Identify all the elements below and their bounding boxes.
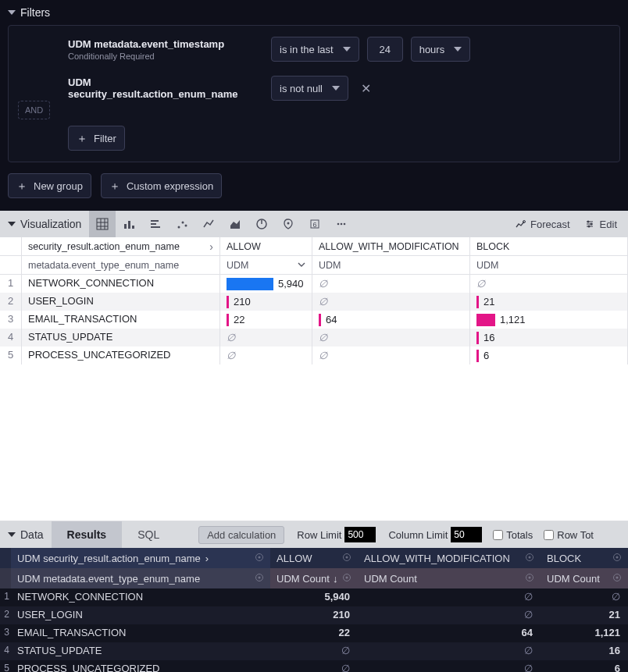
new-group-button[interactable]: ＋ New group	[8, 173, 91, 198]
add-filter-label: Filter	[94, 133, 116, 144]
viz-subcol-c-text: UDM	[476, 260, 498, 271]
data-row-name: PROCESS_UNCATEGORIZED	[11, 660, 270, 672]
viz-cell: 1,121	[470, 311, 628, 329]
viz-table-icon[interactable]	[89, 211, 116, 237]
filters-box: AND UDM metadata.event_timestamp Conditi…	[8, 25, 620, 162]
viz-more-icon[interactable]	[328, 211, 355, 237]
viz-scatter-icon[interactable]	[169, 211, 195, 237]
viz-area-icon[interactable]	[222, 211, 248, 237]
data-label: Data	[20, 528, 44, 541]
gear-icon[interactable]	[525, 553, 534, 564]
viz-subcol-c[interactable]: UDM	[470, 256, 628, 274]
gear-icon[interactable]	[612, 573, 622, 585]
data-col-block[interactable]: BLOCK	[541, 548, 628, 568]
data-col-allow[interactable]: ALLOW	[270, 548, 358, 568]
filter1-unit[interactable]: hours	[411, 37, 471, 62]
gear-icon[interactable]	[342, 553, 351, 564]
viz-map-icon[interactable]	[275, 211, 302, 237]
viz-cell: EMAIL_TRANSACTION	[22, 311, 220, 329]
gear-icon[interactable]	[612, 553, 622, 564]
viz-cell: ∅	[312, 275, 470, 293]
chevron-down-icon	[298, 260, 305, 271]
svg-rect-5	[124, 224, 127, 229]
svg-point-28	[590, 223, 592, 226]
caret-down-icon	[8, 222, 16, 226]
filter-row-1: UDM metadata.event_timestamp Conditional…	[68, 37, 607, 62]
viz-row-header[interactable]: metadata.event_type_enum_name	[22, 256, 220, 274]
data-cell: 21	[541, 606, 628, 624]
data-subcol-a[interactable]: UDM Count ↓	[270, 568, 358, 588]
row-limit-input[interactable]	[344, 527, 376, 542]
data-cell: 22	[270, 624, 358, 642]
viz-table: security_result.action_enum_name › ALLOW…	[0, 237, 628, 521]
viz-row: 1NETWORK_CONNECTION5,940∅∅	[0, 275, 628, 293]
viz-gauge-icon[interactable]	[248, 211, 275, 237]
svg-point-21	[341, 223, 343, 226]
svg-point-33	[346, 556, 348, 558]
add-calculation-button[interactable]: Add calculation	[198, 526, 284, 544]
data-subcol-c[interactable]: UDM Count	[541, 568, 628, 588]
viz-col-block[interactable]: BLOCK	[470, 237, 628, 255]
remove-filter-icon[interactable]: ✕	[356, 80, 376, 98]
viz-col-allow[interactable]: ALLOW	[220, 237, 312, 255]
data-subcol-b[interactable]: UDM Count	[358, 568, 541, 588]
viz-subcol-a-text: UDM	[227, 260, 248, 271]
visualization-toggle[interactable]: Visualization	[0, 218, 89, 230]
data-row-header[interactable]: UDM metadata.event_type_enum_name	[11, 568, 270, 588]
data-col-allow-mod[interactable]: ALLOW_WITH_MODIFICATION	[358, 548, 541, 568]
svg-point-31	[259, 556, 261, 558]
gear-icon[interactable]	[255, 553, 264, 564]
filter1-value[interactable]: 24	[367, 37, 403, 62]
viz-horizontal-bar-icon[interactable]	[142, 211, 169, 237]
filter1-value-text: 24	[379, 44, 390, 55]
viz-subcol-b[interactable]: UDM	[312, 256, 470, 274]
viz-single-value-icon[interactable]: 6	[302, 211, 328, 237]
forecast-button[interactable]: Forecast	[515, 219, 570, 230]
viz-cell: 3	[0, 311, 22, 329]
filter1-unit-text: hours	[419, 44, 445, 55]
gear-icon[interactable]	[525, 573, 534, 585]
viz-cell: 16	[470, 329, 628, 347]
gear-icon[interactable]	[255, 573, 264, 585]
data-cell: 6	[541, 660, 628, 672]
filter1-operator[interactable]: is in the last	[271, 37, 359, 62]
add-filter-button[interactable]: ＋ Filter	[68, 126, 125, 151]
data-cell: ∅	[358, 660, 541, 672]
svg-point-43	[529, 576, 531, 578]
filter2-operator[interactable]: is not null	[271, 76, 348, 101]
custom-expression-button[interactable]: ＋ Custom expression	[101, 173, 222, 198]
data-row-name: USER_LOGIN	[11, 606, 270, 624]
svg-point-13	[185, 225, 187, 227]
svg-rect-0	[97, 219, 108, 229]
svg-marker-14	[230, 220, 240, 229]
col-limit-input[interactable]	[451, 527, 482, 542]
data-pivot-header[interactable]: UDM security_result.action_enum_name ›	[11, 548, 270, 568]
tab-sql[interactable]: SQL	[122, 521, 175, 548]
viz-col-allow-mod[interactable]: ALLOW_WITH_MODIFICATION	[312, 237, 470, 255]
filter1-field: UDM metadata.event_timestamp	[68, 38, 263, 50]
tab-results[interactable]: Results	[52, 521, 123, 548]
row-limit-label: Row Limit	[297, 529, 341, 541]
gear-icon[interactable]	[342, 573, 351, 585]
viz-subcol-b-text: UDM	[319, 260, 341, 271]
svg-point-45	[616, 576, 619, 578]
edit-button[interactable]: Edit	[584, 219, 617, 230]
caret-down-icon	[332, 86, 340, 91]
totals-checkbox[interactable]	[493, 530, 503, 540]
data-row-idx: 4	[0, 642, 11, 660]
viz-cell: ∅	[312, 347, 470, 364]
filter-footer-row: ＋ New group ＋ Custom expression	[0, 170, 628, 211]
caret-down-icon	[454, 47, 462, 52]
viz-bar-icon[interactable]	[116, 211, 142, 237]
data-toggle[interactable]: Data	[0, 528, 52, 541]
row-totals-checkbox[interactable]	[544, 530, 554, 540]
and-chip[interactable]: AND	[18, 101, 50, 119]
viz-line-icon[interactable]	[195, 211, 222, 237]
filter1-sub: Conditionally Required	[68, 52, 263, 61]
filters-panel-toggle[interactable]: Filters	[0, 0, 628, 25]
data-col-allow-text: ALLOW	[277, 553, 312, 564]
viz-subcol-a[interactable]: UDM	[220, 256, 312, 274]
data-col-allow-mod-text: ALLOW_WITH_MODIFICATION	[364, 553, 510, 564]
viz-cell: ∅	[220, 347, 312, 364]
viz-pivot-header[interactable]: security_result.action_enum_name ›	[22, 237, 220, 255]
